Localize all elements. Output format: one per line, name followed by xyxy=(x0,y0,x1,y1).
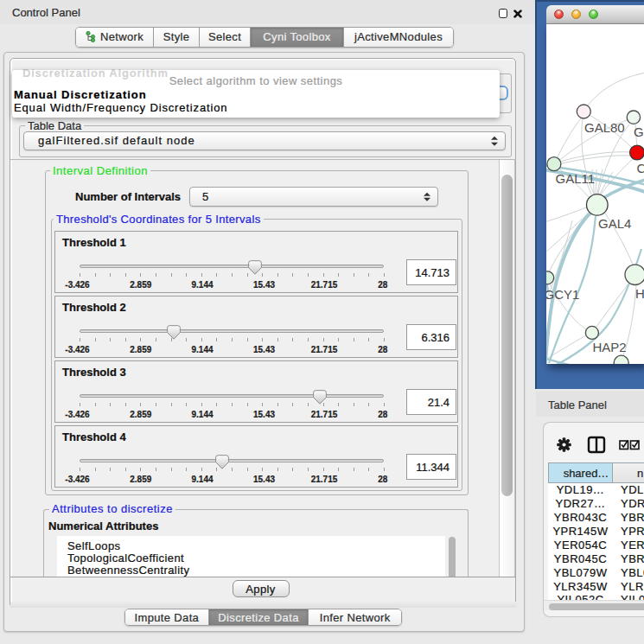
svg-text:H: H xyxy=(635,286,644,301)
svg-text:GCY1: GCY1 xyxy=(546,287,579,302)
svg-text:C: C xyxy=(637,161,644,175)
svg-text:GAL4: GAL4 xyxy=(598,216,631,231)
svg-text:HAP2: HAP2 xyxy=(593,340,627,354)
svg-text:GAL80: GAL80 xyxy=(584,120,625,135)
svg-text:GAL11: GAL11 xyxy=(556,171,596,186)
svg-text:G.: G. xyxy=(634,124,644,139)
